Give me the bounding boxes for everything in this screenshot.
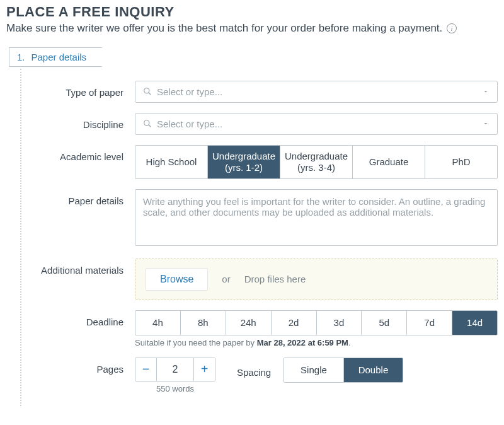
search-icon [143, 119, 152, 128]
chevron-down-icon [482, 88, 490, 95]
deadline-option[interactable]: 2d [271, 311, 316, 335]
spacing-option[interactable]: Double [343, 358, 403, 382]
dropzone-text: Drop files here [244, 274, 306, 284]
pages-stepper: − + [135, 358, 215, 381]
label-pages: Pages [26, 358, 135, 375]
deadline-option[interactable]: 24h [226, 311, 271, 335]
subtitle-text: Make sure the writer we offer you is the… [6, 22, 442, 34]
pages-increment-button[interactable]: + [193, 358, 215, 381]
deadline-hint: Suitable if you need the paper by Mar 28… [135, 338, 498, 347]
page-subtitle: Make sure the writer we offer you is the… [6, 21, 498, 36]
spacing-option[interactable]: Single [284, 358, 343, 382]
spacing-group: SingleDouble [284, 358, 403, 383]
svg-line-3 [149, 125, 151, 127]
academic-level-option[interactable]: PhD [425, 146, 497, 178]
label-type-of-paper: Type of paper [26, 81, 135, 98]
label-spacing: Spacing [237, 362, 271, 378]
step-label: Paper details [32, 52, 87, 62]
deadline-option[interactable]: 7d [406, 311, 452, 335]
type-of-paper-placeholder: Select or type... [157, 86, 482, 97]
label-paper-details: Paper details [26, 189, 135, 206]
label-deadline: Deadline [26, 310, 135, 327]
info-icon[interactable]: i [447, 23, 457, 33]
type-of-paper-select[interactable]: Select or type... [135, 81, 498, 103]
deadline-hint-prefix: Suitable if you need the paper by [135, 338, 257, 347]
step-tab-paper-details[interactable]: 1.Paper details [9, 47, 102, 67]
label-discipline: Discipline [26, 113, 135, 130]
deadline-hint-suffix: . [348, 338, 351, 347]
deadline-group: 4h8h24h2d3d5d7d14d [135, 310, 498, 335]
deadline-option[interactable]: 8h [180, 311, 226, 335]
discipline-placeholder: Select or type... [157, 119, 482, 129]
dropzone-or: or [222, 274, 230, 284]
materials-dropzone[interactable]: Browse or Drop files here [135, 259, 498, 300]
academic-level-group: High SchoolUndergraduate (yrs. 1-2)Under… [135, 145, 498, 179]
label-academic-level: Academic level [26, 145, 135, 162]
deadline-option[interactable]: 14d [452, 311, 497, 335]
page-title: PLACE A FREE INQUIRY [6, 4, 498, 20]
academic-level-option[interactable]: Undergraduate (yrs. 1-2) [207, 146, 280, 178]
academic-level-option[interactable]: Graduate [352, 146, 425, 178]
deadline-hint-date: Mar 28, 2022 at 6:59 PM [257, 338, 348, 347]
deadline-option[interactable]: 5d [361, 311, 406, 335]
chevron-down-icon [482, 120, 490, 127]
discipline-select[interactable]: Select or type... [135, 113, 498, 135]
academic-level-option[interactable]: High School [135, 146, 207, 178]
svg-point-0 [144, 88, 149, 93]
paper-details-textarea[interactable] [135, 189, 498, 246]
deadline-option[interactable]: 4h [135, 311, 180, 335]
label-additional-materials: Additional materials [26, 259, 135, 276]
svg-point-2 [144, 120, 149, 125]
search-icon [143, 87, 152, 96]
pages-input[interactable] [157, 358, 193, 381]
pages-words: 550 words [156, 384, 215, 393]
academic-level-option[interactable]: Undergraduate (yrs. 3-4) [280, 146, 352, 178]
step-number: 1. [17, 52, 25, 62]
pages-decrement-button[interactable]: − [135, 358, 157, 381]
deadline-option[interactable]: 3d [316, 311, 362, 335]
svg-line-1 [149, 93, 151, 95]
browse-button[interactable]: Browse [146, 268, 208, 291]
